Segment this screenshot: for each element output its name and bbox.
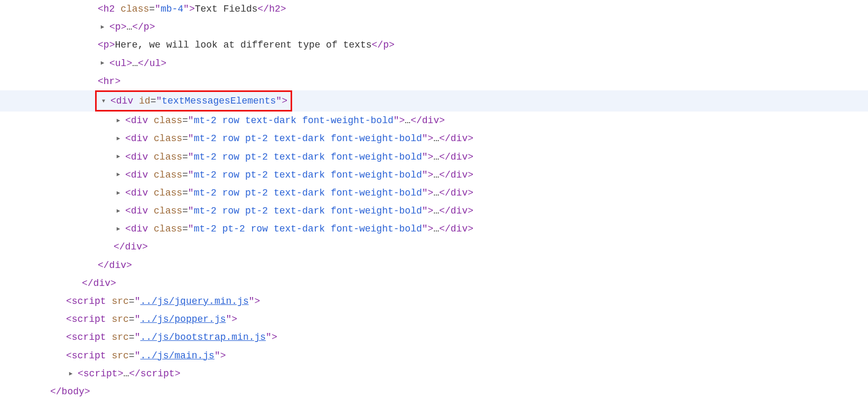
dom-tree-node[interactable]: ▶<div class="mt-2 row pt-2 text-dark fon… (50, 166, 868, 184)
dom-tree-node[interactable]: <script src="../js/jquery.min.js"> (50, 292, 868, 310)
dom-node-markup: <div class="mt-2 row pt-2 text-dark font… (125, 170, 473, 180)
dom-tree-node[interactable]: <script src="../js/popper.js"> (50, 310, 868, 328)
dom-tree-node[interactable]: ▼<div id="textMessagesElements"> (50, 90, 868, 112)
dom-tree-node[interactable]: ▶<div class="mt-2 row pt-2 text-dark fon… (50, 148, 868, 166)
expand-collapse-icon[interactable]: ▶ (114, 151, 123, 162)
expand-collapse-icon[interactable]: ▶ (98, 58, 107, 69)
dom-node-markup: <script src="../js/jquery.min.js"> (66, 296, 260, 307)
dom-tree-node[interactable]: ▶<div class="mt-2 row pt-2 text-dark fon… (50, 202, 868, 220)
expand-collapse-icon[interactable]: ▶ (114, 206, 123, 217)
dom-tree-node[interactable]: <h2 class="mb-4">Text Fields</h2> (50, 0, 868, 18)
dom-node-markup: </div> (82, 278, 116, 289)
expand-collapse-icon[interactable]: ▼ (99, 96, 108, 106)
dom-node-markup: <div id="textMessagesElements"> (110, 96, 287, 106)
dom-node-markup: <h2 class="mb-4">Text Fields</h2> (98, 4, 286, 14)
dom-node-markup: <script>…</script> (78, 368, 180, 379)
expand-collapse-icon[interactable]: ▶ (98, 22, 107, 33)
dom-node-markup: </div> (114, 242, 148, 252)
dom-node-markup: <script src="../js/bootstrap.min.js"> (66, 332, 277, 342)
expand-collapse-icon[interactable]: ▶ (114, 224, 123, 235)
dom-node-markup: <p>Here, we will look at different type … (98, 40, 395, 50)
dom-node-markup: <div class="mt-2 row pt-2 text-dark font… (125, 188, 473, 198)
expand-collapse-icon[interactable]: ▶ (114, 115, 123, 126)
dom-node-markup: <div class="mt-2 row pt-2 text-dark font… (125, 206, 473, 216)
expand-collapse-icon[interactable]: ▶ (114, 133, 123, 144)
dom-tree-node[interactable]: </div> (50, 274, 868, 292)
dom-tree-node[interactable]: <script src="../js/main.js"> (50, 347, 868, 365)
dom-tree-node[interactable]: ▶<div class="mt-2 row pt-2 text-dark fon… (50, 129, 868, 147)
dom-tree-node[interactable]: ▶<div class="mt-2 row pt-2 text-dark fon… (50, 184, 868, 202)
dom-node-markup: <div class="mt-2 row pt-2 text-dark font… (125, 152, 473, 162)
dom-tree-node[interactable]: ▶<div class="mt-2 pt-2 row text-dark fon… (50, 220, 868, 238)
dom-node-markup: <div class="mt-2 row text-dark font-weig… (125, 115, 445, 126)
dom-tree-node[interactable]: <script src="../js/bootstrap.min.js"> (50, 328, 868, 346)
dom-node-markup: <div class="mt-2 pt-2 row text-dark font… (125, 224, 473, 234)
dom-tree-node[interactable]: </body> (50, 383, 868, 401)
dom-inspector-tree[interactable]: <h2 class="mb-4">Text Fields</h2>▶<p>…</… (50, 0, 868, 401)
dom-tree-node[interactable]: </div> (50, 238, 868, 256)
dom-node-markup: </body> (50, 386, 90, 397)
dom-tree-node[interactable]: <p>Here, we will look at different type … (50, 36, 868, 54)
dom-node-markup: <hr> (98, 76, 120, 87)
expand-collapse-icon[interactable]: ▶ (114, 169, 123, 180)
dom-tree-node[interactable]: <hr> (50, 72, 868, 90)
dom-node-markup: <script src="../js/main.js"> (66, 350, 226, 361)
annotation-highlight-box: ▼<div id="textMessagesElements"> (95, 90, 292, 112)
dom-tree-node[interactable]: </div> (50, 256, 868, 274)
dom-node-markup: <p>…</p> (109, 22, 155, 32)
dom-tree-node[interactable]: ▶<script>…</script> (50, 365, 868, 383)
dom-node-markup: <ul>…</ul> (109, 58, 166, 69)
dom-node-markup: </div> (98, 260, 132, 271)
dom-node-markup: <script src="../js/popper.js"> (66, 314, 237, 325)
dom-tree-node[interactable]: ▶<ul>…</ul> (50, 54, 868, 72)
dom-tree-node[interactable]: ▶<p>…</p> (50, 18, 868, 36)
dom-node-markup: <div class="mt-2 row pt-2 text-dark font… (125, 133, 473, 144)
expand-collapse-icon[interactable]: ▶ (66, 368, 76, 379)
dom-tree-node[interactable]: ▶<div class="mt-2 row text-dark font-wei… (50, 112, 868, 129)
expand-collapse-icon[interactable]: ▶ (114, 188, 123, 199)
